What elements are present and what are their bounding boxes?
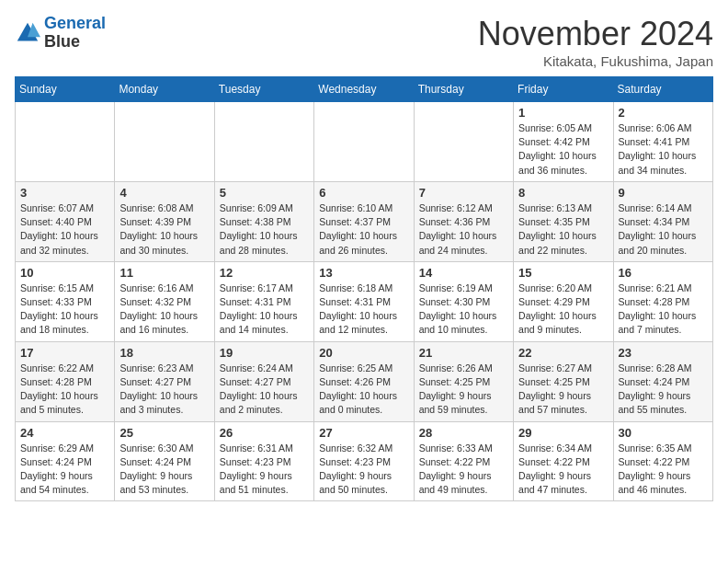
day-number: 17: [20, 346, 109, 360]
day-info: Sunrise: 6:15 AMSunset: 4:33 PMDaylight:…: [20, 282, 109, 338]
day-number: 22: [518, 346, 608, 360]
day-number: 25: [119, 426, 209, 440]
day-number: 29: [518, 426, 608, 440]
day-number: 30: [619, 426, 708, 440]
day-cell: 17Sunrise: 6:22 AMSunset: 4:28 PMDayligh…: [16, 341, 115, 421]
logo: General Blue: [15, 15, 106, 52]
day-cell: 11Sunrise: 6:16 AMSunset: 4:32 PMDayligh…: [115, 261, 214, 341]
day-number: 11: [119, 266, 209, 280]
day-cell: 30Sunrise: 6:35 AMSunset: 4:22 PMDayligh…: [613, 421, 712, 501]
logo-icon: [15, 20, 40, 46]
day-info: Sunrise: 6:06 AMSunset: 4:41 PMDaylight:…: [619, 121, 708, 178]
logo-text: General Blue: [44, 15, 106, 52]
day-number: 16: [619, 266, 708, 280]
day-cell: 14Sunrise: 6:19 AMSunset: 4:30 PMDayligh…: [414, 261, 513, 341]
day-info: Sunrise: 6:05 AMSunset: 4:42 PMDaylight:…: [518, 121, 608, 178]
day-number: 26: [220, 426, 309, 440]
day-cell: 18Sunrise: 6:23 AMSunset: 4:27 PMDayligh…: [115, 341, 214, 421]
calendar-table: SundayMondayTuesdayWednesdayThursdayFrid…: [15, 76, 713, 501]
week-row-5: 24Sunrise: 6:29 AMSunset: 4:24 PMDayligh…: [16, 421, 713, 501]
day-info: Sunrise: 6:34 AMSunset: 4:22 PMDaylight:…: [518, 442, 608, 498]
day-cell: 26Sunrise: 6:31 AMSunset: 4:23 PMDayligh…: [214, 421, 313, 501]
day-cell: [16, 102, 115, 182]
day-cell: [314, 102, 414, 182]
header-saturday: Saturday: [613, 77, 712, 102]
day-info: Sunrise: 6:17 AMSunset: 4:31 PMDaylight:…: [220, 282, 309, 338]
day-number: 1: [518, 106, 608, 120]
day-number: 9: [619, 186, 708, 200]
location: Kitakata, Fukushima, Japan: [478, 53, 713, 69]
day-info: Sunrise: 6:30 AMSunset: 4:24 PMDaylight:…: [119, 442, 209, 498]
month-title: November 2024: [478, 15, 713, 53]
week-row-4: 17Sunrise: 6:22 AMSunset: 4:28 PMDayligh…: [16, 341, 713, 421]
day-cell: [115, 102, 214, 182]
header-monday: Monday: [115, 77, 214, 102]
day-number: 23: [619, 346, 708, 360]
header-friday: Friday: [514, 77, 613, 102]
calendar-body: 1Sunrise: 6:05 AMSunset: 4:42 PMDaylight…: [16, 102, 713, 501]
day-number: 28: [419, 426, 508, 440]
day-info: Sunrise: 6:24 AMSunset: 4:27 PMDaylight:…: [220, 362, 309, 418]
day-info: Sunrise: 6:13 AMSunset: 4:35 PMDaylight:…: [518, 201, 608, 258]
day-cell: [414, 102, 513, 182]
day-info: Sunrise: 6:23 AMSunset: 4:27 PMDaylight:…: [119, 362, 209, 418]
day-number: 18: [119, 346, 209, 360]
day-info: Sunrise: 6:09 AMSunset: 4:38 PMDaylight:…: [220, 201, 309, 258]
day-info: Sunrise: 6:31 AMSunset: 4:23 PMDaylight:…: [220, 442, 309, 498]
page-header: General Blue November 2024 Kitakata, Fuk…: [15, 15, 713, 69]
day-number: 3: [20, 186, 109, 200]
day-info: Sunrise: 6:14 AMSunset: 4:34 PMDaylight:…: [619, 201, 708, 258]
day-info: Sunrise: 6:12 AMSunset: 4:36 PMDaylight:…: [419, 201, 508, 258]
day-info: Sunrise: 6:22 AMSunset: 4:28 PMDaylight:…: [20, 362, 109, 418]
day-info: Sunrise: 6:28 AMSunset: 4:24 PMDaylight:…: [619, 362, 708, 418]
day-info: Sunrise: 6:16 AMSunset: 4:32 PMDaylight:…: [119, 282, 209, 338]
day-cell: 2Sunrise: 6:06 AMSunset: 4:41 PMDaylight…: [613, 102, 712, 182]
day-info: Sunrise: 6:08 AMSunset: 4:39 PMDaylight:…: [119, 201, 209, 258]
day-cell: 23Sunrise: 6:28 AMSunset: 4:24 PMDayligh…: [613, 341, 712, 421]
day-cell: 21Sunrise: 6:26 AMSunset: 4:25 PMDayligh…: [414, 341, 513, 421]
day-info: Sunrise: 6:20 AMSunset: 4:29 PMDaylight:…: [518, 282, 608, 338]
day-number: 13: [319, 266, 408, 280]
day-number: 4: [119, 186, 209, 200]
day-cell: 19Sunrise: 6:24 AMSunset: 4:27 PMDayligh…: [214, 341, 313, 421]
header-sunday: Sunday: [16, 77, 115, 102]
day-number: 8: [518, 186, 608, 200]
day-info: Sunrise: 6:25 AMSunset: 4:26 PMDaylight:…: [319, 362, 408, 418]
day-info: Sunrise: 6:10 AMSunset: 4:37 PMDaylight:…: [319, 201, 408, 258]
day-cell: 28Sunrise: 6:33 AMSunset: 4:22 PMDayligh…: [414, 421, 513, 501]
day-cell: 27Sunrise: 6:32 AMSunset: 4:23 PMDayligh…: [314, 421, 414, 501]
day-info: Sunrise: 6:33 AMSunset: 4:22 PMDaylight:…: [419, 442, 508, 498]
day-cell: 24Sunrise: 6:29 AMSunset: 4:24 PMDayligh…: [16, 421, 115, 501]
day-cell: 5Sunrise: 6:09 AMSunset: 4:38 PMDaylight…: [214, 181, 313, 261]
day-cell: 10Sunrise: 6:15 AMSunset: 4:33 PMDayligh…: [16, 261, 115, 341]
day-cell: [214, 102, 313, 182]
day-info: Sunrise: 6:07 AMSunset: 4:40 PMDaylight:…: [20, 201, 109, 258]
day-number: 15: [518, 266, 608, 280]
week-row-1: 1Sunrise: 6:05 AMSunset: 4:42 PMDaylight…: [16, 102, 713, 182]
day-info: Sunrise: 6:26 AMSunset: 4:25 PMDaylight:…: [419, 362, 508, 418]
day-cell: 20Sunrise: 6:25 AMSunset: 4:26 PMDayligh…: [314, 341, 414, 421]
day-number: 27: [319, 426, 408, 440]
week-row-2: 3Sunrise: 6:07 AMSunset: 4:40 PMDaylight…: [16, 181, 713, 261]
day-info: Sunrise: 6:29 AMSunset: 4:24 PMDaylight:…: [20, 442, 109, 498]
day-number: 5: [220, 186, 309, 200]
day-number: 10: [20, 266, 109, 280]
day-info: Sunrise: 6:35 AMSunset: 4:22 PMDaylight:…: [619, 442, 708, 498]
day-number: 21: [419, 346, 508, 360]
day-info: Sunrise: 6:21 AMSunset: 4:28 PMDaylight:…: [619, 282, 708, 338]
day-cell: 1Sunrise: 6:05 AMSunset: 4:42 PMDaylight…: [514, 102, 613, 182]
day-cell: 29Sunrise: 6:34 AMSunset: 4:22 PMDayligh…: [514, 421, 613, 501]
day-number: 12: [220, 266, 309, 280]
title-block: November 2024 Kitakata, Fukushima, Japan: [478, 15, 713, 69]
calendar-header: SundayMondayTuesdayWednesdayThursdayFrid…: [16, 77, 713, 102]
day-info: Sunrise: 6:27 AMSunset: 4:25 PMDaylight:…: [518, 362, 608, 418]
day-number: 19: [220, 346, 309, 360]
day-number: 7: [419, 186, 508, 200]
day-cell: 3Sunrise: 6:07 AMSunset: 4:40 PMDaylight…: [16, 181, 115, 261]
day-info: Sunrise: 6:19 AMSunset: 4:30 PMDaylight:…: [419, 282, 508, 338]
day-cell: 6Sunrise: 6:10 AMSunset: 4:37 PMDaylight…: [314, 181, 414, 261]
header-thursday: Thursday: [414, 77, 513, 102]
day-cell: 13Sunrise: 6:18 AMSunset: 4:31 PMDayligh…: [314, 261, 414, 341]
day-cell: 4Sunrise: 6:08 AMSunset: 4:39 PMDaylight…: [115, 181, 214, 261]
day-cell: 15Sunrise: 6:20 AMSunset: 4:29 PMDayligh…: [514, 261, 613, 341]
